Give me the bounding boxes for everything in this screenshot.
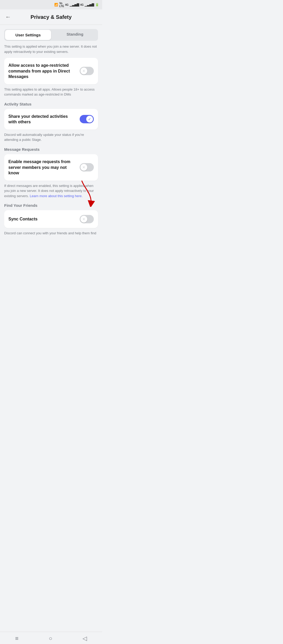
find-friends-header: Find Your Friends <box>4 203 98 208</box>
battery-icon: 🔋 <box>95 3 99 7</box>
toggle-x-icon3: ✕ <box>82 217 85 221</box>
sync-contacts-toggle-knob: ✕ <box>80 216 87 223</box>
activity-status-header: Activity Status <box>4 102 98 106</box>
sync-contacts-toggle[interactable]: ✕ <box>80 215 94 223</box>
wifi-icon: 📶 <box>54 3 58 7</box>
header: ← Privacy & Safety <box>0 9 102 25</box>
signal2-icon: ▁▃▅▇ <box>85 3 94 7</box>
age-restricted-toggle-knob: ✕ <box>80 68 87 74</box>
back-button[interactable]: ← <box>5 14 11 20</box>
age-restricted-toggle[interactable]: ✕ <box>80 67 94 75</box>
toggle-check-icon: ✓ <box>88 117 91 121</box>
main-content: This setting is applied when you join a … <box>0 41 102 243</box>
sync-contacts-label: Sync Contacts <box>8 216 80 222</box>
activity-status-desc: Discord will automatically update your s… <box>4 132 98 142</box>
activity-status-card: Share your detected activities with othe… <box>4 109 98 130</box>
age-restricted-desc: This setting applies to all apps. Allows… <box>4 87 98 97</box>
volte-icon: VoLTE <box>59 2 64 8</box>
status-bar: 📶 VoLTE 4G ▁▃▅▇ 4G ▁▃▅▇ 🔋 <box>0 0 102 9</box>
message-requests-toggle[interactable]: ✕ <box>80 163 94 171</box>
sync-contacts-card: Sync Contacts ✕ <box>4 210 98 228</box>
toggle-x-icon2: ✕ <box>82 165 85 169</box>
activity-status-label: Share your detected activities with othe… <box>8 114 80 125</box>
tab-standing[interactable]: Standing <box>52 29 98 41</box>
age-restricted-card: Allow access to age-restricted commands … <box>4 58 98 84</box>
message-requests-header: Message Requests <box>4 147 98 152</box>
tab-user-settings[interactable]: User Settings <box>5 30 51 40</box>
status-icons: 📶 VoLTE 4G ▁▃▅▇ 4G ▁▃▅▇ 🔋 <box>54 2 99 8</box>
4g-icon: 4G <box>65 3 68 6</box>
message-requests-label: Enable message requests from server memb… <box>8 159 80 176</box>
page-title: Privacy & Safety <box>15 14 87 20</box>
settings-section-desc: This setting is applied when you join a … <box>4 44 98 54</box>
activity-status-toggle[interactable]: ✓ <box>80 115 94 123</box>
toggle-x-icon: ✕ <box>82 69 85 73</box>
tab-bar: User Settings Standing <box>4 29 98 41</box>
signal-icon: ▁▃▅▇ <box>70 3 79 7</box>
age-restricted-label: Allow access to age-restricted commands … <box>8 63 80 80</box>
activity-status-toggle-knob: ✓ <box>86 116 93 123</box>
message-requests-toggle-knob: ✕ <box>80 164 87 171</box>
4g2-icon: 4G <box>80 3 84 6</box>
learn-more-link[interactable]: Learn more about this setting here. <box>30 194 83 198</box>
message-requests-desc: If direct messages are enabled, this set… <box>4 183 98 199</box>
find-friends-desc: Discord can connect you with your friend… <box>4 231 98 236</box>
message-requests-card: Enable message requests from server memb… <box>4 154 98 181</box>
